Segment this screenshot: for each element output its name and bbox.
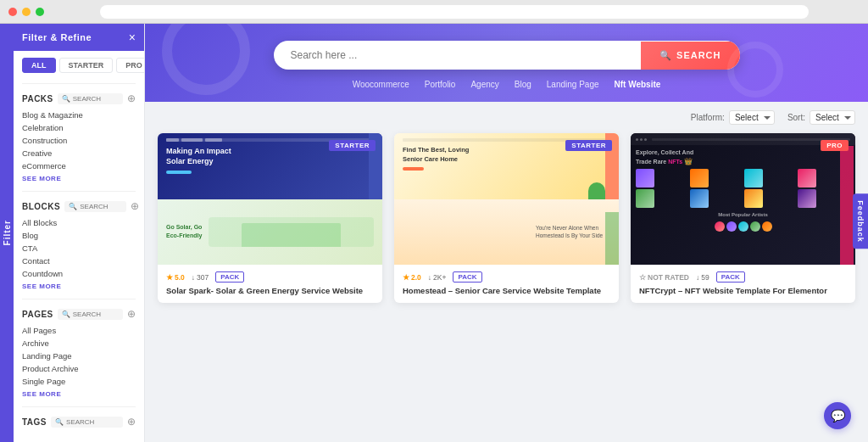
feedback-tab[interactable]: Feedback — [853, 193, 868, 249]
sort-label: Sort: — [787, 113, 805, 122]
pages-see-more[interactable]: SEE MORE — [22, 390, 136, 398]
packs-search-icon: 🔍 — [62, 95, 70, 103]
nft-nav-dot — [640, 138, 643, 141]
sidebar-item[interactable]: All Pages — [22, 324, 136, 337]
card-solar-title: Solar Spark- Solar & Green Energy Servic… — [166, 286, 374, 296]
card-nftcrypt-downloads: ↓ 59 — [696, 273, 709, 282]
sidebar-section-blocks: Blocks 🔍 ⊕ All Blocks Blog CTA Contact C… — [14, 195, 144, 295]
sidebar-close-button[interactable]: × — [129, 31, 136, 44]
card-nftcrypt-info: ☆ NOT RATED ↓ 59 PACK NFTCrypt – NFT Web… — [631, 265, 855, 303]
browser-dot-maximize[interactable] — [36, 8, 44, 16]
card-nftcrypt[interactable]: Explore, Collect AndTrade Rare NFTs 👑 — [631, 133, 855, 303]
nav-link-agency[interactable]: Agency — [470, 80, 498, 89]
sidebar-item[interactable]: Celebration — [22, 121, 136, 134]
packs-search-input[interactable] — [73, 95, 115, 103]
card-homestead-info: ★ 2.0 ↓ 2K+ PACK Homestead – Senior Care… — [394, 265, 619, 303]
sidebar-section-pages: Pages 🔍 ⊕ All Pages Archive Landing Page… — [14, 303, 144, 403]
star-icon-nft: ☆ — [639, 273, 646, 282]
sidebar-item[interactable]: Creative — [22, 147, 136, 159]
card-homestead-type: PACK — [453, 271, 481, 283]
nft-thumbnails-grid — [636, 169, 850, 208]
nav-link-woocommerce[interactable]: Woocommerce — [353, 80, 409, 89]
pages-search-input[interactable] — [73, 311, 115, 318]
sidebar-item[interactable]: All Blocks — [22, 216, 136, 229]
hero-search-button[interactable]: 🔍 SEARCH — [641, 42, 739, 70]
browser-dot-close[interactable] — [8, 8, 17, 16]
nft-content: Explore, Collect AndTrade Rare NFTs 👑 — [631, 145, 855, 265]
filter-tab-label: Filter — [3, 220, 12, 245]
sidebar-section-packs: Packs 🔍 ⊕ Blog & Magazine Celebration Co… — [14, 87, 144, 187]
card-solar-downloads: ↓ 307 — [192, 273, 209, 282]
packs-header: Packs 🔍 ⊕ — [22, 92, 136, 104]
card-homestead[interactable]: Find The Best, Loving Senior Care Home Y… — [394, 133, 619, 303]
sidebar-item[interactable]: eCommerce — [22, 159, 136, 172]
card-nftcrypt-rating: ☆ NOT RATED — [639, 273, 689, 282]
blocks-search-input[interactable] — [80, 203, 122, 210]
card-nftcrypt-type: PACK — [716, 271, 745, 283]
tags-plus-icon[interactable]: ⊕ — [127, 416, 136, 428]
divider-4 — [22, 406, 136, 407]
search-button-label: SEARCH — [676, 50, 721, 60]
filter-vertical-tab[interactable]: Filter — [0, 24, 14, 442]
packs-see-more[interactable]: SEE MORE — [22, 175, 136, 182]
platform-label: Platform: — [691, 113, 725, 122]
nav-link-blog[interactable]: Blog — [515, 80, 531, 89]
pages-search-box[interactable]: 🔍 — [58, 309, 123, 320]
card-nft-badge: PRO — [821, 140, 849, 151]
sidebar-item[interactable]: CTA — [22, 242, 136, 255]
sidebar-item[interactable]: Countdown — [22, 267, 136, 280]
sidebar-item[interactable]: Blog & Magazine — [22, 109, 136, 121]
card-homestead-image: Find The Best, Loving Senior Care Home Y… — [394, 133, 619, 265]
card-homestead-rating: ★ 2.0 — [403, 273, 421, 282]
blocks-plus-icon[interactable]: ⊕ — [131, 200, 139, 212]
sidebar-item[interactable]: Blog — [22, 229, 136, 242]
packs-search-box[interactable]: 🔍 — [58, 93, 123, 104]
tags-search-box[interactable]: 🔍 — [51, 417, 123, 428]
sidebar-header: Filter & Refine × — [14, 24, 144, 51]
card-solar[interactable]: Making An Impact Solar Energy Go Solar, … — [158, 133, 382, 303]
platform-select[interactable]: Select — [729, 110, 775, 125]
download-icon-nft: ↓ — [696, 273, 699, 282]
browser-dot-minimize[interactable] — [22, 8, 31, 16]
card-solar-image: Making An Impact Solar Energy Go Solar, … — [158, 133, 382, 265]
nft-nav-dot — [644, 138, 647, 141]
nft-nav-dot — [636, 138, 638, 141]
card-solar-info: ★ 5.0 ↓ 307 PACK Solar Spark- Solar & Gr… — [158, 265, 382, 303]
pages-header: Pages 🔍 ⊕ — [22, 308, 136, 320]
tab-all[interactable]: ALL — [22, 58, 56, 73]
sort-control: Sort: Select — [787, 110, 855, 125]
tags-search-input[interactable] — [66, 418, 108, 426]
chat-bubble-button[interactable]: 💬 — [824, 402, 851, 429]
divider-2 — [22, 191, 136, 192]
sort-select[interactable]: Select — [810, 110, 855, 125]
nav-link-landing-page[interactable]: Landing Page — [547, 80, 599, 89]
sidebar-item[interactable]: Construction — [22, 134, 136, 147]
hero-section: 🔍 SEARCH Woocommerce Portfolio Agency Bl… — [145, 24, 868, 102]
pages-title: Pages — [22, 310, 53, 319]
tags-search-icon: 🔍 — [55, 418, 64, 426]
card-homestead-badge: STARTER — [565, 140, 612, 151]
blocks-title: Blocks — [22, 202, 60, 211]
tab-pro[interactable]: PRO — [116, 58, 145, 73]
packs-title: Packs — [22, 94, 53, 104]
pages-plus-icon[interactable]: ⊕ — [127, 308, 136, 320]
nav-link-portfolio[interactable]: Portfolio — [425, 80, 456, 89]
sidebar-item[interactable]: Single Page — [22, 375, 136, 388]
browser-bar — [0, 0, 868, 24]
hero-search-input[interactable] — [274, 41, 642, 70]
blocks-search-box[interactable]: 🔍 — [64, 201, 126, 212]
tab-starter[interactable]: STARTER — [59, 58, 114, 73]
browser-url-bar[interactable] — [100, 5, 809, 19]
card-nftcrypt-meta: ☆ NOT RATED ↓ 59 PACK — [639, 271, 847, 283]
sidebar-item[interactable]: Archive — [22, 337, 136, 350]
divider-3 — [22, 299, 136, 299]
sidebar-item[interactable]: Landing Page — [22, 350, 136, 362]
controls-bar: Platform: Select Sort: Select — [145, 102, 868, 133]
nav-link-nft[interactable]: Nft Website — [615, 80, 661, 89]
sidebar-item[interactable]: Contact — [22, 255, 136, 267]
chat-icon: 💬 — [831, 409, 845, 422]
feedback-label: Feedback — [856, 200, 865, 243]
blocks-see-more[interactable]: SEE MORE — [22, 283, 136, 290]
packs-plus-icon[interactable]: ⊕ — [127, 92, 136, 104]
sidebar-item[interactable]: Product Archive — [22, 362, 136, 375]
